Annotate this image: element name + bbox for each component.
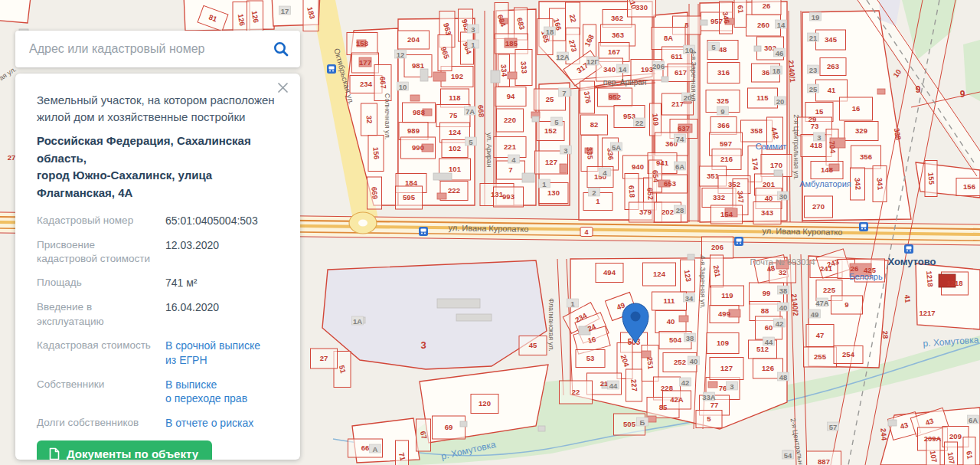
- detail-link[interactable]: В отчете о рисках: [165, 416, 280, 431]
- building: [433, 72, 446, 81]
- parcel-number: 209: [949, 432, 962, 440]
- parcel-number: 1218: [946, 279, 962, 287]
- poi-label: Амбулатория: [799, 179, 851, 188]
- building: [410, 95, 420, 101]
- bus-stop-icon: [906, 251, 908, 252]
- parcel-number: 60: [765, 323, 773, 332]
- parcel-number: 1: [596, 197, 600, 205]
- address-number: 6А: [675, 162, 684, 171]
- parcel-number: 155: [926, 172, 936, 185]
- address-number: 14: [777, 21, 786, 29]
- object-description: Земельный участок, на котором расположен…: [37, 92, 280, 126]
- address-number: 4: [603, 169, 607, 177]
- detail-label: Введение в эксплуатацию: [37, 300, 165, 328]
- address-number: 40: [690, 357, 698, 365]
- address-number: 7: [562, 89, 566, 97]
- detail-link[interactable]: В выпискео переходе прав: [165, 378, 280, 407]
- parcel-number: 154: [720, 210, 733, 218]
- parcel-number: 234: [360, 80, 373, 88]
- documents-button[interactable]: Документы по объекту: [37, 440, 212, 460]
- address-number: 49: [811, 310, 819, 319]
- bus-stop-icon: [861, 228, 863, 230]
- detail-row: Площадь741 м²: [37, 276, 280, 290]
- parcel-number: 185: [505, 39, 518, 47]
- parcel-number: 7: [508, 165, 512, 174]
- search-input[interactable]: [28, 41, 273, 57]
- bus-stop-icon: [740, 243, 741, 244]
- building: [460, 421, 467, 427]
- parcel-number: 611: [671, 52, 683, 61]
- parcel-number: 27: [8, 153, 16, 162]
- parcel-number: 156: [963, 182, 975, 191]
- parcel-number: 252: [674, 358, 686, 366]
- parcel-number: 341: [875, 178, 884, 191]
- street-label: ул. Ариран: [485, 133, 493, 168]
- address-number: Б: [640, 418, 645, 427]
- industrial-parcel[interactable]: [322, 260, 547, 369]
- address-number: 18: [546, 28, 554, 36]
- parcel-number: 94: [507, 92, 515, 100]
- address-number: 46: [776, 49, 784, 57]
- close-icon[interactable]: [274, 81, 291, 98]
- city-block[interactable]: [0, 0, 31, 23]
- parcel-number: 887: [818, 457, 830, 465]
- address-number: 48: [779, 373, 788, 381]
- address-number: 4: [511, 156, 516, 164]
- poi-label: Саммит: [756, 142, 787, 151]
- parcel-number: 316: [717, 68, 730, 77]
- parcel-number: 989: [407, 126, 420, 135]
- parcel-number: 124: [653, 270, 666, 278]
- poi-label: Белоярь: [849, 272, 883, 281]
- parcel-number: 255: [814, 352, 827, 361]
- parcel-number: 499: [718, 309, 730, 318]
- search-icon[interactable]: [273, 41, 289, 57]
- parcel-number: 184: [405, 178, 418, 187]
- parcel-number: 990: [412, 143, 424, 152]
- address-number: 28: [676, 206, 684, 214]
- address-number: 2: [592, 188, 596, 197]
- street-label: Солнечная ул.: [384, 93, 391, 139]
- parcel-number: 120: [479, 399, 491, 408]
- parcel-number: 101: [449, 165, 462, 173]
- parcel-number: 333: [519, 61, 528, 74]
- building: [420, 69, 428, 81]
- detail-link[interactable]: В срочной выпискеиз ЕГРН: [165, 339, 280, 368]
- building: [877, 89, 885, 94]
- address-number: А: [373, 445, 378, 454]
- parcel-number: 16: [852, 104, 861, 113]
- address-number: 1А: [353, 317, 362, 326]
- parcel-number: 48: [719, 45, 727, 54]
- address-number: 3: [564, 146, 567, 155]
- bus-stop-icon: [329, 67, 335, 70]
- building: [437, 193, 446, 199]
- parcel-number: 270: [812, 202, 825, 211]
- parcel-number: 119: [721, 291, 733, 300]
- parcel-number: 41: [903, 294, 913, 303]
- parcel-number: 957: [710, 17, 723, 25]
- parcel-number: 156: [371, 147, 381, 160]
- parcel-number: 124: [449, 128, 462, 136]
- parcel-number: 88: [761, 306, 769, 315]
- address-line-2: город Южно-Сахалинск, улица Флагманская,…: [37, 169, 212, 199]
- parcel-number: 221: [504, 142, 517, 151]
- parcel-number: 505: [623, 420, 636, 428]
- address-number: 38: [779, 287, 788, 295]
- address-number: 40: [779, 303, 788, 312]
- parcel-number: 177: [359, 58, 371, 67]
- parcel-number: 28: [881, 330, 890, 339]
- parcel-number: 652: [645, 188, 655, 201]
- parcel-number: 27: [320, 354, 328, 362]
- parcel-number: 8А: [664, 34, 673, 42]
- roundabout-center: [358, 220, 368, 227]
- building: [491, 70, 500, 83]
- parcel-number: 637: [678, 124, 690, 133]
- building: [560, 164, 567, 173]
- address-number: 3: [817, 133, 821, 142]
- parcel-number: 667: [378, 77, 387, 90]
- parcel-number: 130: [547, 188, 560, 197]
- parcel-number: 704: [828, 141, 837, 154]
- parcel-number: 5: [707, 414, 711, 423]
- address-number: 47А: [815, 299, 829, 307]
- building: [456, 314, 492, 321]
- building: [688, 254, 694, 260]
